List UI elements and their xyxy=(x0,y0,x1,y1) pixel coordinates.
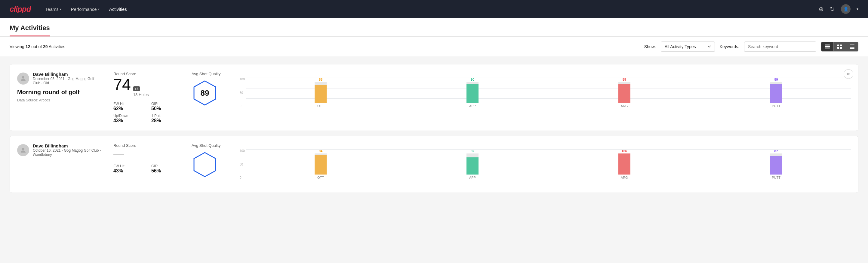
hex-score-2 xyxy=(192,151,218,178)
svg-rect-0 xyxy=(825,45,830,46)
bar-ott xyxy=(315,82,327,103)
refresh-icon[interactable]: ↻ xyxy=(830,5,835,12)
round-score-label-2: Round Score xyxy=(114,143,180,148)
chart-col-ott: 85 OTT xyxy=(246,78,396,108)
add-icon[interactable]: ⊕ xyxy=(819,5,824,12)
svg-rect-10 xyxy=(850,48,855,49)
score-value: 74 xyxy=(114,77,131,92)
bar-app-2 xyxy=(466,153,478,175)
stat-grid: FW Hit 62% GIR 50% Up/Down 43% 1 Putt 28… xyxy=(114,102,180,123)
card-left: Dave Billingham December 05, 2021 - Gog … xyxy=(17,71,101,102)
chart-col-ott-2: 94 OTT xyxy=(246,149,396,179)
page-title: My Activities xyxy=(10,18,50,36)
user-row: Dave Billingham December 05, 2021 - Gog … xyxy=(17,71,101,85)
avatar xyxy=(17,72,29,85)
navbar: clippd Teams ▾ Performance ▾ Activities … xyxy=(0,0,868,18)
hex-score: 89 xyxy=(192,80,218,106)
svg-rect-5 xyxy=(837,47,839,49)
keywords-label: Keywords: xyxy=(720,44,739,49)
svg-point-13 xyxy=(22,148,24,150)
user-icon: 👤 xyxy=(843,7,848,11)
teams-chevron-icon: ▾ xyxy=(60,7,61,11)
stat-fw-hit-2: FW Hit 43% xyxy=(114,164,142,174)
viewing-text: Viewing 12 out of 29 Activities xyxy=(10,44,65,49)
card-chart: 100 50 0 85 xyxy=(240,71,851,114)
activity-title: Morning round of golf xyxy=(17,89,101,96)
svg-rect-3 xyxy=(837,45,839,46)
user-info-2: Dave Billingham October 16, 2021 - Gog M… xyxy=(33,143,101,157)
bar-app xyxy=(466,82,478,103)
nav-activities[interactable]: Activities xyxy=(109,1,127,18)
score-value-2: — xyxy=(114,148,124,159)
svg-rect-2 xyxy=(825,48,830,49)
view-wide-button[interactable] xyxy=(846,42,858,51)
card-stats: Round Score 74 +4 18 Holes FW Hit 62% GI… xyxy=(114,71,180,123)
content: ✏ Dave Billingham December 05, 2021 - Go… xyxy=(0,57,868,200)
svg-rect-9 xyxy=(850,47,855,48)
svg-point-11 xyxy=(22,76,24,79)
nav-right: ⊕ ↻ 👤 ▾ xyxy=(819,4,858,14)
logo[interactable]: clippd xyxy=(10,4,31,14)
avatar-2 xyxy=(17,144,29,156)
activity-card: ✏ Dave Billingham December 05, 2021 - Go… xyxy=(10,64,858,131)
chart-col-putt-2: 87 PUTT xyxy=(702,149,851,179)
search-input[interactable] xyxy=(744,41,816,52)
user-row-2: Dave Billingham October 16, 2021 - Gog M… xyxy=(17,143,101,157)
bar-arg-2 xyxy=(618,153,630,175)
show-label: Show: xyxy=(644,44,656,49)
quality-label: Avg Shot Quality xyxy=(192,71,221,76)
view-dense-button[interactable] xyxy=(822,42,834,51)
round-score-label: Round Score xyxy=(114,71,180,76)
chart-col-app: 90 APP xyxy=(398,78,548,108)
score-row: 74 +4 18 Holes xyxy=(114,77,180,97)
user-name: Dave Billingham xyxy=(33,71,101,77)
svg-rect-6 xyxy=(840,47,842,49)
user-avatar[interactable]: 👤 xyxy=(841,4,850,14)
chart-col-arg-2: 106 ARG xyxy=(550,149,699,179)
card-quality-2: Avg Shot Quality xyxy=(192,143,228,178)
chart-col-putt: 89 PUTT xyxy=(702,78,851,108)
stat-gir-2: GIR 56% xyxy=(151,164,180,174)
view-grid-button[interactable] xyxy=(834,42,846,51)
bar-putt xyxy=(770,82,782,103)
card-quality: Avg Shot Quality 89 xyxy=(192,71,228,106)
svg-rect-7 xyxy=(850,45,855,45)
stat-grid-2: FW Hit 43% GIR 56% xyxy=(114,164,180,174)
bar-ott-2 xyxy=(315,153,327,175)
svg-rect-8 xyxy=(850,46,855,46)
stat-updown: Up/Down 43% xyxy=(114,114,142,123)
svg-rect-4 xyxy=(840,45,842,46)
quality-label-2: Avg Shot Quality xyxy=(192,143,221,148)
page-header: My Activities xyxy=(0,18,868,37)
svg-rect-1 xyxy=(825,46,830,47)
user-menu-chevron-icon[interactable]: ▾ xyxy=(857,7,858,11)
user-name-2: Dave Billingham xyxy=(33,143,101,148)
stat-1putt: 1 Putt 28% xyxy=(151,114,180,123)
y-labels-2: 100 50 0 xyxy=(240,143,245,185)
bar-putt-2 xyxy=(770,153,782,175)
activity-type-select[interactable]: All Activity Types xyxy=(661,41,715,52)
score-row-2: — xyxy=(114,148,180,159)
stat-gir: GIR 50% xyxy=(151,102,180,111)
stat-fw-hit: FW Hit 62% xyxy=(114,102,142,111)
score-holes: 18 Holes xyxy=(133,92,149,97)
chart-wrapper-2: 100 50 0 94 OT xyxy=(240,143,851,185)
y-labels: 100 50 0 xyxy=(240,71,245,114)
performance-chevron-icon: ▾ xyxy=(98,7,99,11)
view-toggle xyxy=(821,42,858,52)
user-date: December 05, 2021 - Gog Magog Golf Club … xyxy=(33,77,101,85)
chart-wrapper: 100 50 0 85 xyxy=(240,71,851,114)
card-chart-2: 100 50 0 94 OT xyxy=(240,143,851,185)
filter-bar: Viewing 12 out of 29 Activities Show: Al… xyxy=(0,37,868,57)
bar-arg xyxy=(618,82,630,103)
score-badge: +4 xyxy=(133,86,140,91)
chart-col-arg: 89 ARG xyxy=(550,78,699,108)
data-source: Data Source: Arccos xyxy=(17,98,101,102)
user-date-2: October 16, 2021 - Gog Magog Golf Club -… xyxy=(33,148,101,157)
svg-marker-14 xyxy=(194,152,216,177)
card-left-2: Dave Billingham October 16, 2021 - Gog M… xyxy=(17,143,101,160)
nav-teams[interactable]: Teams ▾ xyxy=(45,1,61,18)
card-stats-2: Round Score — FW Hit 43% GIR 56% xyxy=(114,143,180,174)
chart-col-app-2: 82 APP xyxy=(398,149,548,179)
nav-performance[interactable]: Performance ▾ xyxy=(71,1,99,18)
